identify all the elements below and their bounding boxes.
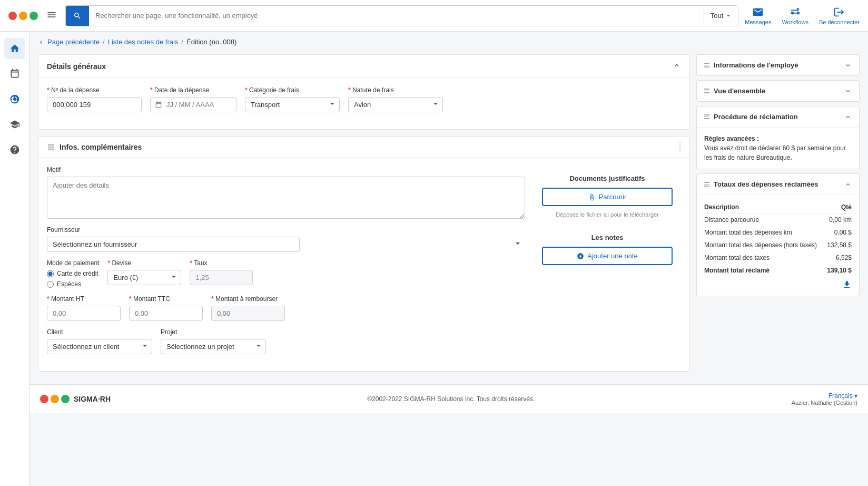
workflows-link[interactable]: Workflows [782,6,808,25]
browse-button[interactable]: Parcourir [542,188,673,206]
download-row [704,277,852,289]
drop-hint: Déposez le fichier ici pour le télécharg… [556,211,659,218]
payment-credit-radio[interactable] [47,270,54,277]
employee-info-header[interactable]: Informations de l'employé [697,55,859,75]
client-select[interactable]: Sélectionnez un client [47,339,152,354]
category-group: * Catégorie de frais Transport [245,86,340,112]
motif-textarea[interactable] [47,177,525,219]
amount-reimburse-input[interactable] [211,306,285,321]
chevron-up-icon-2 [844,181,852,188]
motif-group: Motif [47,166,525,219]
currency-select[interactable]: Euro (€) [107,270,181,285]
amount-ttc-input[interactable] [129,306,203,321]
drag-handle[interactable] [47,143,55,151]
category-select[interactable]: Transport [245,97,340,112]
totals-table: Description Qté Distance parcourue0,00 k… [704,201,852,277]
menu-button[interactable] [44,7,59,24]
claim-procedure-bold: Règles avancées : [704,135,759,142]
payment-label: Mode de paiement [47,259,99,267]
search-button[interactable] [66,6,89,26]
general-details-collapse[interactable] [673,61,681,71]
payment-row: Mode de paiement Carte de crédit [47,259,525,288]
search-input[interactable] [89,6,704,26]
right-panel: Informations de l'employé [696,54,860,300]
payment-options: Carte de crédit Espèces [47,270,99,288]
breadcrumb-back[interactable]: Page précédente [47,38,100,46]
add-note-label: Ajouter une note [587,252,637,260]
expense-no-label: * Nº de la dépense [47,86,142,94]
sidebar-item-dollar[interactable] [4,89,25,110]
amounts-row: * Montant HT * Montant TTC [47,295,525,321]
expense-no-input[interactable] [47,97,142,112]
footer-copyright: ©2002-2022 SIGMA-RH Solutions inc. Tous … [367,395,535,403]
footer-logo: SIGMA·RH [40,395,111,403]
totals-section: Totaux des dépenses réclamées Descriptio… [696,173,860,296]
panel-drag-3 [704,114,709,119]
rate-group: * Taux [190,259,253,288]
overview-header[interactable]: Vue d'ensemble [697,81,859,101]
payment-cash-radio[interactable] [47,281,54,288]
totals-desc: Montant total réclamé [704,264,825,277]
additional-info-header: Infos. complémentaires [38,137,689,158]
nature-select[interactable]: Avion [348,97,443,112]
messages-link[interactable]: Messages [745,6,771,25]
expense-date-label: * Date de la dépense [150,86,236,94]
nav-actions: Messages Workflows Se déconnecter [745,6,860,25]
table-row: Montant total des dépenses (hors taxes)1… [704,239,852,251]
claim-procedure-title: Procédure de réclamation [714,113,798,121]
totals-qty: 0,00 $ [825,226,852,239]
sidebar-item-home[interactable] [4,38,25,59]
expense-date-group: * Date de la dépense [150,86,236,112]
plus-circle-icon [577,252,584,260]
category-label: * Catégorie de frais [245,86,340,94]
col-desc: Description [704,201,825,213]
table-row: Montant total réclamé139,10 $ [704,264,852,277]
additional-info-collapse[interactable] [679,142,681,152]
panel-drag-1 [704,63,709,67]
breadcrumb-current: Édition (no. 008) [186,38,236,46]
footer-language[interactable]: Français ▾ [792,392,857,400]
expense-date-input-wrapper [150,97,236,112]
browse-label: Parcourir [599,193,627,201]
sidebar-item-graduation[interactable] [4,114,25,135]
sidebar-item-help[interactable] [4,139,25,160]
amount-ht-input[interactable] [47,306,121,321]
currency-select-wrapper: Euro (€) [107,270,181,285]
rate-label: * Taux [190,259,253,267]
sidebar [0,32,29,486]
add-note-button[interactable]: Ajouter une note [542,247,673,265]
chevron-down-icon-2 [844,88,852,95]
supplier-group: Fournisseur Sélectionnez un fournisseur [47,226,525,252]
totals-desc: Distance parcourue [704,213,825,227]
search-filter[interactable]: Tout [704,6,738,26]
currency-group: * Devise Euro (€) [107,259,181,288]
claim-procedure-text: Vous avez droit de déclarer 60 $ par sem… [704,144,846,161]
expense-date-input[interactable] [162,98,236,112]
amount-ttc-label: * Montant TTC [129,295,203,303]
employee-info-title: Informations de l'employé [714,61,798,69]
project-select[interactable]: Sélectionnez un projet [161,339,266,354]
client-project-row: Client Sélectionnez un client [47,328,525,354]
nature-label: * Nature de frais [348,86,443,94]
logout-link[interactable]: Se déconnecter [819,6,860,25]
totals-header[interactable]: Totaux des dépenses réclamées [697,174,859,195]
supplier-select[interactable]: Sélectionnez un fournisseur [47,237,300,252]
dot-green [29,12,38,20]
table-row: Montant total des dépenses km0,00 $ [704,226,852,239]
motif-label: Motif [47,166,525,173]
chevron-down-icon [844,62,852,69]
topnav: Tout Messages Workflows Se déconnecter [0,0,868,32]
rate-input[interactable] [190,270,253,285]
sidebar-item-calendar[interactable] [4,63,25,84]
claim-procedure-header[interactable]: Procédure de réclamation [697,106,859,127]
logo [8,12,38,20]
dot-red [8,12,17,20]
footer: SIGMA·RH ©2002-2022 SIGMA-RH Solutions i… [29,384,868,413]
breadcrumb-list[interactable]: Liste des notes de frais [108,38,179,46]
additional-info-body: Motif Fournisseur [38,158,689,371]
payment-credit-label[interactable]: Carte de crédit [47,270,99,277]
expense-no-group: * Nº de la dépense [47,86,142,112]
download-icon[interactable] [842,280,852,289]
amount-ht-label: * Montant HT [47,295,121,303]
payment-cash-label[interactable]: Espèces [47,280,99,288]
